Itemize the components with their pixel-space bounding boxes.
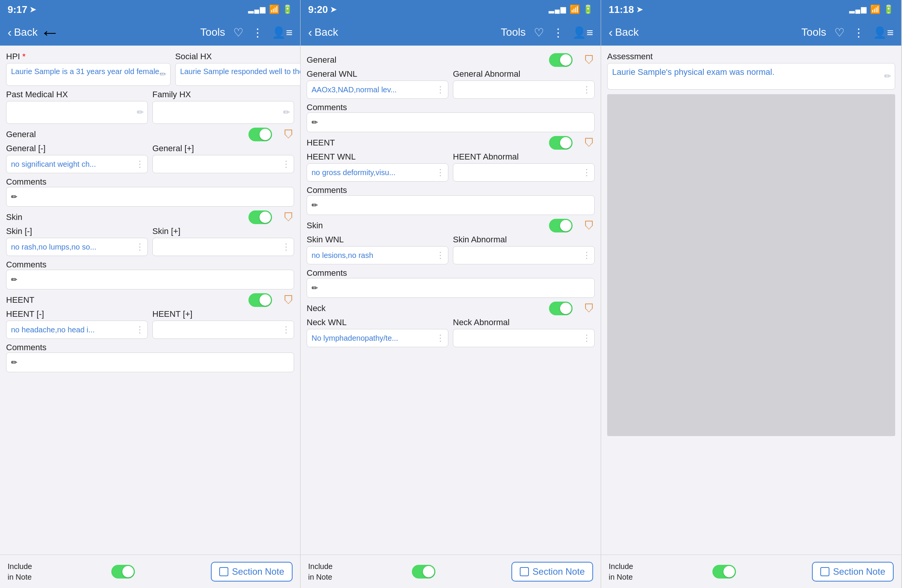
- general-pos-input[interactable]: ⋮: [152, 155, 294, 173]
- general-neg-dots[interactable]: ⋮: [135, 159, 144, 169]
- battery-icon-3: 🔋: [883, 5, 894, 14]
- back-button-3[interactable]: ‹ Back: [609, 25, 639, 40]
- pmhx-edit-icon[interactable]: ✏: [137, 107, 144, 117]
- skin-pos-input[interactable]: ⋮: [152, 238, 294, 256]
- back-chevron-2: ‹: [308, 25, 312, 40]
- pmhx-input[interactable]: ✏: [6, 101, 148, 124]
- back-button-2[interactable]: ‹ Back: [308, 25, 338, 40]
- person-list-icon-3[interactable]: 👤≡: [873, 26, 894, 39]
- comments-input-heent-2[interactable]: ✏: [307, 195, 595, 215]
- more-icon-2[interactable]: ⋮: [552, 26, 564, 39]
- comments-input-skin-2[interactable]: ✏: [307, 278, 595, 298]
- general-label-1: General: [6, 130, 36, 139]
- heent-neg-input[interactable]: no headache,no head i... ⋮: [6, 321, 148, 339]
- neck-wnl-dots[interactable]: ⋮: [436, 333, 444, 343]
- neck-toggle-2[interactable]: [549, 302, 573, 315]
- comments-edit-heent-2[interactable]: ✏: [312, 201, 318, 210]
- general-pos-dots[interactable]: ⋮: [282, 159, 290, 169]
- general-wnl-dots[interactable]: ⋮: [436, 84, 444, 95]
- heent-wnl-input[interactable]: no gross deformity,visu... ⋮: [307, 163, 448, 182]
- org-icon-general-1[interactable]: ⛉: [283, 128, 294, 141]
- comments-edit-heent-1[interactable]: ✏: [11, 358, 17, 367]
- skin-toggle-1[interactable]: [248, 210, 272, 224]
- comments-edit-skin-1[interactable]: ✏: [11, 275, 17, 284]
- skin-neg-input[interactable]: no rash,no lumps,no so... ⋮: [6, 238, 148, 256]
- include-toggle-1[interactable]: [111, 565, 135, 579]
- comments-input-heent-1[interactable]: ✏: [6, 352, 294, 372]
- comments-input-skin-1[interactable]: ✏: [6, 270, 294, 289]
- skin-wnl-input[interactable]: no lesions,no rash ⋮: [307, 246, 448, 264]
- family-hx-edit-icon[interactable]: ✏: [283, 107, 290, 117]
- social-hx-input[interactable]: Laurie Sample responded well to the... ✏: [175, 63, 300, 86]
- general-wnl-input[interactable]: AAOx3,NAD,normal lev... ⋮: [307, 81, 448, 99]
- general-toggle-2[interactable]: [549, 53, 573, 67]
- comments-input-general-1[interactable]: ✏: [6, 187, 294, 207]
- heent-abn-input[interactable]: ⋮: [453, 163, 595, 182]
- neck-toggle-row-2: Neck ⛉: [307, 302, 595, 315]
- section-note-button-2[interactable]: Section Note: [511, 562, 593, 582]
- org-icon-heent-1[interactable]: ⛉: [283, 294, 294, 307]
- neck-abn-dots[interactable]: ⋮: [582, 333, 590, 343]
- assessment-input[interactable]: Laurie Sample's physical exam was normal…: [607, 63, 895, 90]
- heart-icon-3[interactable]: ♡: [834, 26, 845, 39]
- person-list-icon-2[interactable]: 👤≡: [572, 26, 593, 39]
- section-note-button-3[interactable]: Section Note: [812, 562, 894, 582]
- required-indicator: *: [22, 52, 26, 62]
- org-icon-skin-2[interactable]: ⛉: [584, 220, 595, 232]
- org-icon-heent-2[interactable]: ⛉: [584, 137, 595, 149]
- org-icon-skin-1[interactable]: ⛉: [283, 211, 294, 224]
- person-list-icon-1[interactable]: 👤≡: [272, 26, 293, 39]
- heent-neg-dots[interactable]: ⋮: [135, 324, 144, 335]
- nav-bar-1: ‹ Back ← Tools ♡ ⋮ 👤≡: [0, 19, 300, 46]
- social-hx-label: Social HX: [175, 52, 300, 62]
- include-toggle-3[interactable]: [712, 565, 736, 579]
- org-icon-neck-2[interactable]: ⛉: [584, 302, 595, 315]
- org-icon-general-2[interactable]: ⛉: [584, 54, 595, 66]
- skin-pos-dots[interactable]: ⋮: [282, 242, 290, 252]
- neck-wnl-input[interactable]: No lymphadenopathy/te... ⋮: [307, 329, 448, 347]
- skin-abn-input[interactable]: ⋮: [453, 246, 595, 264]
- include-toggle-2[interactable]: [412, 565, 435, 579]
- skin-label-2: Skin: [307, 221, 323, 231]
- skin-abn-dots[interactable]: ⋮: [582, 250, 590, 261]
- heent-neg-value: no headache,no head i...: [11, 326, 143, 334]
- back-button-1[interactable]: ‹ Back ←: [8, 21, 60, 44]
- heent-toggle-1[interactable]: [248, 293, 272, 307]
- heent-wnl-dots[interactable]: ⋮: [436, 167, 444, 178]
- comments-edit-skin-2[interactable]: ✏: [312, 283, 318, 292]
- neck-abn-input[interactable]: ⋮: [453, 329, 595, 347]
- heart-icon-2[interactable]: ♡: [534, 26, 544, 39]
- skin-wnl-block: Skin WNL no lesions,no rash ⋮: [307, 235, 448, 264]
- heent-pos-input[interactable]: ⋮: [152, 321, 294, 339]
- general-abn-input[interactable]: ⋮: [453, 81, 595, 99]
- hpi-edit-icon[interactable]: ✏: [160, 70, 166, 79]
- heent-toggle-2[interactable]: [549, 136, 573, 150]
- heent-wnl-label: HEENT WNL: [307, 152, 448, 162]
- hpi-input[interactable]: Laurie Sample is a 31 years year old fem…: [6, 63, 171, 86]
- comments-edit-general-1[interactable]: ✏: [11, 192, 17, 201]
- panel-2-content: General ⛉ General WNL AAOx3,NAD,normal l…: [301, 46, 601, 555]
- assessment-edit-icon[interactable]: ✏: [884, 71, 891, 81]
- more-icon-3[interactable]: ⋮: [853, 26, 864, 39]
- general-toggle-1[interactable]: [248, 128, 272, 141]
- comments-row-skin-2: Comments ✏: [307, 268, 595, 298]
- social-hx-block: Social HX Laurie Sample responded well t…: [175, 52, 300, 86]
- heent-abn-dots[interactable]: ⋮: [582, 167, 590, 178]
- comments-label-heent-2: Comments: [307, 185, 595, 195]
- more-icon-1[interactable]: ⋮: [252, 26, 263, 39]
- skin-neg-dots[interactable]: ⋮: [135, 242, 144, 252]
- skin-wnl-dots[interactable]: ⋮: [436, 250, 444, 261]
- comments-edit-general-2[interactable]: ✏: [312, 118, 318, 127]
- hpi-label: HPI *: [6, 52, 171, 62]
- general-neg-input[interactable]: no significant weight ch... ⋮: [6, 155, 148, 173]
- heart-icon-1[interactable]: ♡: [233, 26, 244, 39]
- section-note-button-1[interactable]: Section Note: [211, 562, 293, 582]
- comments-input-general-2[interactable]: ✏: [307, 112, 595, 132]
- heent-pos-dots[interactable]: ⋮: [282, 324, 290, 335]
- back-label-1: Back: [14, 26, 38, 38]
- family-hx-input[interactable]: ✏: [152, 101, 294, 124]
- include-note-1: Include in Note: [8, 562, 32, 582]
- section-note-checkbox-3: [820, 567, 829, 576]
- general-abn-dots[interactable]: ⋮: [582, 84, 590, 95]
- skin-toggle-2[interactable]: [549, 219, 573, 232]
